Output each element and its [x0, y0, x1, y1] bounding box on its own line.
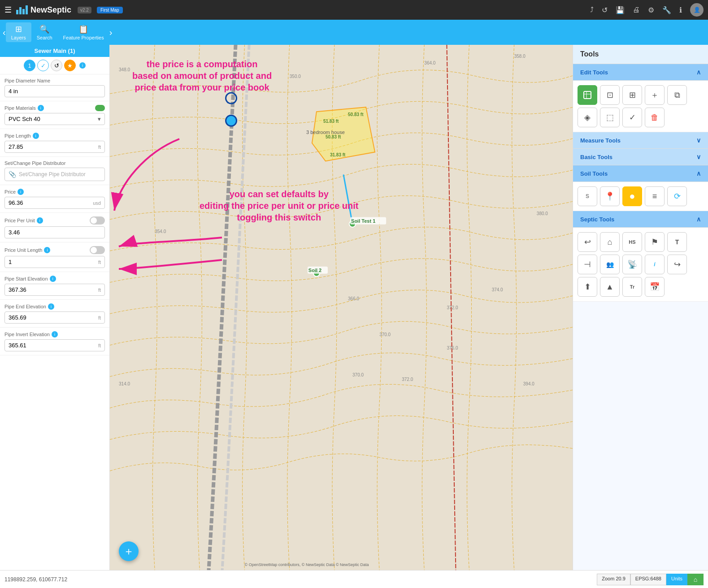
pipe-materials-dropdown[interactable]: PVC Sch 40 ▾	[4, 113, 105, 125]
pipe-invert-elev-field[interactable]	[9, 342, 96, 349]
edit-shape-btn[interactable]: ◈	[578, 108, 597, 127]
panel-icon-rotate[interactable]: ↺	[51, 60, 62, 71]
septic-signal-btn[interactable]: 📡	[622, 255, 642, 274]
pipe-length-field[interactable]	[9, 143, 96, 150]
top-bar-actions: ⤴ ↺ 💾 🖨 ⚙ 🔧 ℹ 👤	[590, 3, 704, 17]
pipe-length-input[interactable]: ft	[4, 141, 105, 153]
layers-icon: ⊞	[15, 24, 22, 34]
price-info[interactable]: i	[17, 189, 24, 195]
pipe-end-elev-field[interactable]	[9, 314, 96, 321]
edit-rect-btn[interactable]: ⊡	[600, 85, 620, 105]
price-input[interactable]: usd	[4, 197, 105, 209]
print-icon[interactable]: 🖨	[633, 6, 640, 14]
soil-circle-btn[interactable]: ●	[622, 186, 642, 206]
nav-search[interactable]: 🔍 Search	[31, 22, 58, 42]
first-map-badge[interactable]: First Map	[97, 7, 123, 13]
draw-polygon-btn[interactable]	[578, 85, 597, 105]
nav-layers[interactable]: ⊞ Layers	[6, 22, 31, 42]
confirm-btn[interactable]: ✓	[622, 108, 642, 127]
price-unit-length-toggle[interactable]	[90, 246, 105, 254]
pipe-invert-elev-input[interactable]: ft	[4, 339, 105, 351]
septic-upload-btn[interactable]: ⬆	[578, 277, 597, 297]
measure-tools-chevron: ∨	[696, 137, 701, 144]
soil-tools-header[interactable]: Soil Tools ∧	[573, 165, 708, 182]
septic-tools-header[interactable]: Septic Tools ∧	[573, 211, 708, 228]
price-unit-length-input[interactable]: ft	[4, 256, 105, 268]
svg-text:51.83 ft: 51.83 ft	[323, 119, 339, 124]
soil-sample-btn[interactable]: S	[578, 186, 597, 206]
basic-tools-header[interactable]: Basic Tools ∨	[573, 149, 708, 165]
septic-flag-btn[interactable]: ⚑	[645, 232, 665, 252]
info-icon[interactable]: ℹ	[679, 6, 682, 14]
price-per-unit-field[interactable]	[9, 229, 101, 236]
pipe-start-elev-field[interactable]	[9, 286, 96, 293]
panel-icon-1[interactable]: 1	[24, 60, 35, 71]
pipe-end-elev-info[interactable]: i	[48, 303, 54, 310]
price-per-unit-info[interactable]: i	[37, 217, 43, 224]
map-area[interactable]: 51.83 ft 50.83 ft 31.83 ft 50.83 ft Soil…	[110, 45, 573, 570]
basic-tools-chevron: ∨	[696, 153, 701, 160]
septic-turn-btn[interactable]: ↪	[667, 255, 687, 274]
price-per-unit-toggle[interactable]	[90, 216, 105, 225]
refresh-icon[interactable]: ↺	[602, 6, 608, 14]
pipe-end-elev-input[interactable]: ft	[4, 311, 105, 324]
septic-tr-btn[interactable]: Tr	[622, 277, 642, 297]
pipe-start-elev-unit: ft	[98, 287, 101, 293]
fab-add-button[interactable]: ＋	[119, 541, 139, 561]
nav-back-arrow[interactable]: ‹	[3, 27, 6, 38]
pipe-start-elev-input[interactable]: ft	[4, 284, 105, 296]
add-node-btn[interactable]: ⊞	[622, 85, 642, 105]
pipe-diameter-input[interactable]	[4, 85, 105, 97]
pipe-invert-elev-info[interactable]: i	[52, 331, 58, 337]
pipe-materials-toggle[interactable]	[95, 105, 105, 111]
pipe-length-info[interactable]: i	[33, 133, 39, 139]
share-icon[interactable]: ⤴	[590, 6, 594, 14]
settings-icon[interactable]: ⚙	[648, 6, 654, 14]
nav-feature-properties[interactable]: 📋 Feature Properties	[58, 22, 109, 42]
soil-refresh-btn[interactable]: ⟳	[667, 186, 687, 206]
price-field[interactable]	[9, 199, 91, 206]
panel-icon-check[interactable]: ✓	[37, 60, 49, 71]
measure-tools-header[interactable]: Measure Tools ∨	[573, 132, 708, 149]
septic-house-btn[interactable]: ⌂	[600, 232, 620, 252]
price-unit-length-field[interactable]	[9, 259, 96, 265]
units-button[interactable]: Units	[666, 574, 687, 585]
home-button[interactable]: ⌂	[687, 574, 704, 585]
nav-forward-arrow[interactable]: ›	[109, 27, 113, 38]
septic-users-btn[interactable]: 👥	[600, 255, 620, 274]
septic-t-btn[interactable]: T	[667, 232, 687, 252]
bottom-bar: 1198892.259, 610677.712 Zoom 20.9 EPSG:6…	[0, 570, 708, 588]
septic-triangle-btn[interactable]: ▲	[600, 277, 620, 297]
soil-list-btn[interactable]: ≡	[645, 186, 665, 206]
distributor-input[interactable]: 📎 Set/Change Pipe Distributor	[4, 168, 105, 181]
price-per-unit-input[interactable]	[4, 226, 105, 238]
panel-info-dot[interactable]: i	[79, 62, 86, 69]
measure-tools-label: Measure Tools	[580, 137, 621, 144]
svg-text:50.83 ft: 50.83 ft	[348, 112, 364, 117]
edit-rect2-btn[interactable]: ⬚	[600, 108, 620, 127]
distributor-icon: 📎	[9, 171, 16, 178]
edit-tools-header[interactable]: Edit Tools ∧	[573, 64, 708, 81]
panel-icon-row: 1 ✓ ↺ ★ i	[0, 57, 109, 74]
price-unit-length-info[interactable]: i	[44, 247, 50, 253]
add-btn[interactable]: ＋	[645, 85, 665, 105]
pipe-end-elev-group: Pipe End Elevation i ft	[0, 300, 109, 328]
user-avatar[interactable]: 👤	[690, 3, 704, 17]
copy-btn[interactable]: ⧉	[667, 85, 687, 105]
septic-hs-btn[interactable]: HS	[622, 232, 642, 252]
delete-btn[interactable]: 🗑	[645, 108, 665, 127]
save-icon[interactable]: 💾	[616, 6, 625, 14]
nav-feature-label: Feature Properties	[63, 35, 104, 40]
soil-pin-btn[interactable]: 📍	[600, 186, 620, 206]
pipe-materials-info[interactable]: i	[38, 105, 44, 111]
pipe-start-elev-info[interactable]: i	[50, 276, 56, 282]
septic-calendar-btn[interactable]: 📅	[645, 277, 665, 297]
hamburger-menu[interactable]: ☰	[4, 5, 12, 15]
panel-icon-star[interactable]: ★	[64, 60, 76, 71]
svg-text:354.0: 354.0	[155, 229, 166, 234]
pipe-diameter-field[interactable]	[9, 88, 101, 95]
tools-icon[interactable]: 🔧	[662, 6, 671, 14]
septic-pipe-btn[interactable]: ⊣	[578, 255, 597, 274]
septic-route-btn[interactable]: ↩	[578, 232, 597, 252]
septic-info-btn[interactable]: i	[645, 255, 665, 274]
